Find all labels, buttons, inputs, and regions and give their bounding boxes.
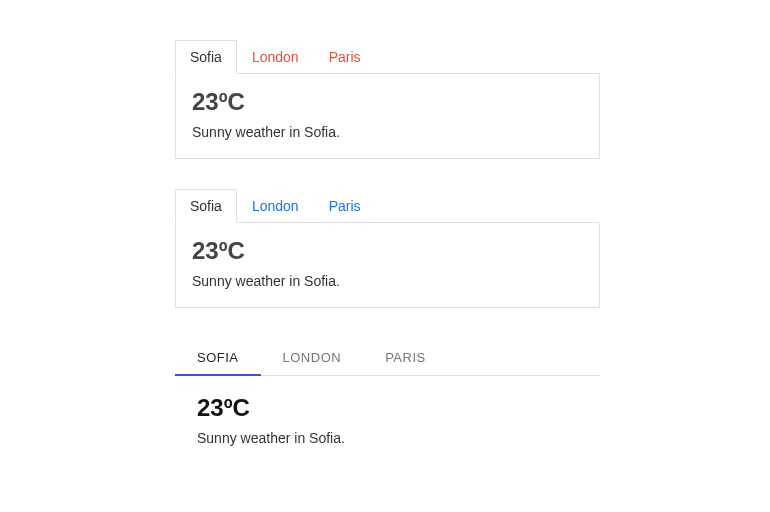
temperature-value: 23ºC [192,88,583,116]
tab-london[interactable]: London [261,338,364,375]
temperature-value: 23ºC [197,394,584,422]
weather-description: Sunny weather in Sofia. [197,430,584,446]
tab-widget-variant-3: Sofia London Paris 23ºC Sunny weather in… [175,338,600,456]
tab-london[interactable]: London [237,189,314,223]
tab-london[interactable]: London [237,40,314,74]
weather-description: Sunny weather in Sofia. [192,273,583,289]
tab-panel: 23ºC Sunny weather in Sofia. [175,376,600,456]
tab-widget-variant-2: Sofia London Paris 23ºC Sunny weather in… [175,189,600,308]
tab-sofia[interactable]: Sofia [175,338,261,375]
tab-sofia[interactable]: Sofia [175,40,237,74]
weather-description: Sunny weather in Sofia. [192,124,583,140]
tab-paris[interactable]: Paris [314,40,376,74]
temperature-value: 23ºC [192,237,583,265]
tab-list: Sofia London Paris [175,189,600,223]
tab-panel: 23ºC Sunny weather in Sofia. [175,222,600,308]
tab-panel: 23ºC Sunny weather in Sofia. [175,73,600,159]
tab-paris[interactable]: Paris [363,338,448,375]
tab-list: Sofia London Paris [175,40,600,74]
tab-widget-variant-1: Sofia London Paris 23ºC Sunny weather in… [175,40,600,159]
tab-paris[interactable]: Paris [314,189,376,223]
tab-sofia[interactable]: Sofia [175,189,237,223]
tab-list: Sofia London Paris [175,338,600,376]
